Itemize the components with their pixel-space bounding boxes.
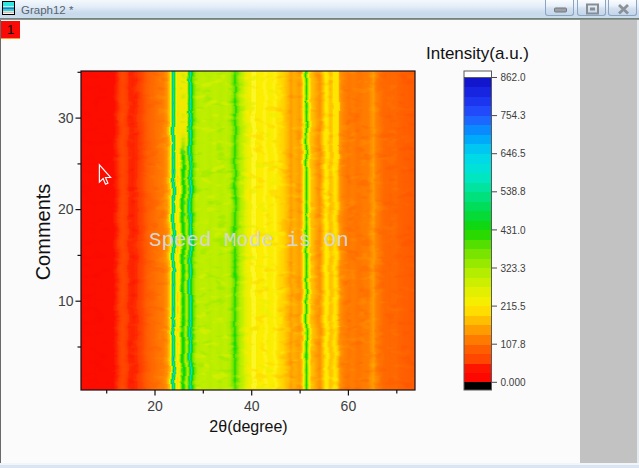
svg-text:2θ(degree): 2θ(degree) <box>209 418 287 435</box>
svg-text:646.5: 646.5 <box>501 148 526 159</box>
svg-text:754.3: 754.3 <box>501 110 526 121</box>
svg-text:60: 60 <box>341 398 357 414</box>
svg-text:40: 40 <box>244 398 260 414</box>
svg-text:323.3: 323.3 <box>501 263 526 274</box>
svg-text:20: 20 <box>147 398 163 414</box>
svg-text:Comments: Comments <box>32 184 54 281</box>
svg-text:862.0: 862.0 <box>501 72 526 83</box>
svg-text:20: 20 <box>58 201 74 217</box>
svg-text:538.8: 538.8 <box>501 186 526 197</box>
svg-text:Speed Mode is On: Speed Mode is On <box>149 229 349 252</box>
svg-text:10: 10 <box>58 293 74 309</box>
svg-text:215.5: 215.5 <box>501 301 526 312</box>
svg-text:0.000: 0.000 <box>501 377 526 388</box>
svg-text:107.8: 107.8 <box>501 339 526 350</box>
svg-text:30: 30 <box>58 110 74 126</box>
svg-text:Intensity(a.u.): Intensity(a.u.) <box>426 44 529 63</box>
svg-text:431.0: 431.0 <box>501 225 526 236</box>
